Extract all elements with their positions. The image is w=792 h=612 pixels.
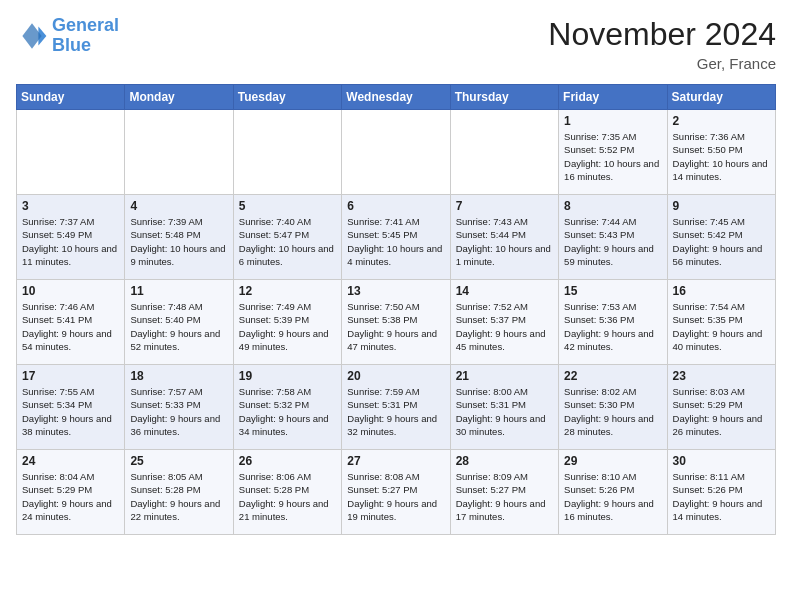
day-info: Sunrise: 7:53 AM Sunset: 5:36 PM Dayligh… xyxy=(564,300,661,353)
day-number: 3 xyxy=(22,199,119,213)
day-info: Sunrise: 8:00 AM Sunset: 5:31 PM Dayligh… xyxy=(456,385,553,438)
day-number: 27 xyxy=(347,454,444,468)
day-number: 25 xyxy=(130,454,227,468)
logo-line1: General xyxy=(52,15,119,35)
day-number: 20 xyxy=(347,369,444,383)
day-number: 22 xyxy=(564,369,661,383)
day-number: 2 xyxy=(673,114,770,128)
logo-line2: Blue xyxy=(52,35,91,55)
col-tuesday: Tuesday xyxy=(233,85,341,110)
col-sunday: Sunday xyxy=(17,85,125,110)
calendar-week-3: 10Sunrise: 7:46 AM Sunset: 5:41 PM Dayli… xyxy=(17,280,776,365)
calendar-cell xyxy=(342,110,450,195)
calendar-cell xyxy=(125,110,233,195)
day-number: 11 xyxy=(130,284,227,298)
day-number: 8 xyxy=(564,199,661,213)
day-number: 7 xyxy=(456,199,553,213)
day-number: 29 xyxy=(564,454,661,468)
calendar-cell xyxy=(233,110,341,195)
calendar-cell: 2Sunrise: 7:36 AM Sunset: 5:50 PM Daylig… xyxy=(667,110,775,195)
calendar-cell: 7Sunrise: 7:43 AM Sunset: 5:44 PM Daylig… xyxy=(450,195,558,280)
calendar-cell: 3Sunrise: 7:37 AM Sunset: 5:49 PM Daylig… xyxy=(17,195,125,280)
calendar-cell: 15Sunrise: 7:53 AM Sunset: 5:36 PM Dayli… xyxy=(559,280,667,365)
calendar-cell xyxy=(17,110,125,195)
month-title: November 2024 xyxy=(548,16,776,53)
day-info: Sunrise: 8:08 AM Sunset: 5:27 PM Dayligh… xyxy=(347,470,444,523)
day-number: 19 xyxy=(239,369,336,383)
calendar-table: Sunday Monday Tuesday Wednesday Thursday… xyxy=(16,84,776,535)
logo-icon xyxy=(16,20,48,52)
calendar-cell: 19Sunrise: 7:58 AM Sunset: 5:32 PM Dayli… xyxy=(233,365,341,450)
calendar-cell: 27Sunrise: 8:08 AM Sunset: 5:27 PM Dayli… xyxy=(342,450,450,535)
day-number: 14 xyxy=(456,284,553,298)
calendar-cell: 26Sunrise: 8:06 AM Sunset: 5:28 PM Dayli… xyxy=(233,450,341,535)
day-number: 26 xyxy=(239,454,336,468)
day-info: Sunrise: 7:41 AM Sunset: 5:45 PM Dayligh… xyxy=(347,215,444,268)
day-number: 13 xyxy=(347,284,444,298)
day-info: Sunrise: 8:09 AM Sunset: 5:27 PM Dayligh… xyxy=(456,470,553,523)
calendar-cell xyxy=(450,110,558,195)
calendar-cell: 18Sunrise: 7:57 AM Sunset: 5:33 PM Dayli… xyxy=(125,365,233,450)
logo: General Blue xyxy=(16,16,119,56)
calendar-cell: 24Sunrise: 8:04 AM Sunset: 5:29 PM Dayli… xyxy=(17,450,125,535)
day-number: 23 xyxy=(673,369,770,383)
calendar-cell: 12Sunrise: 7:49 AM Sunset: 5:39 PM Dayli… xyxy=(233,280,341,365)
calendar-cell: 20Sunrise: 7:59 AM Sunset: 5:31 PM Dayli… xyxy=(342,365,450,450)
title-block: November 2024 Ger, France xyxy=(548,16,776,72)
day-info: Sunrise: 7:48 AM Sunset: 5:40 PM Dayligh… xyxy=(130,300,227,353)
day-number: 5 xyxy=(239,199,336,213)
day-info: Sunrise: 7:58 AM Sunset: 5:32 PM Dayligh… xyxy=(239,385,336,438)
col-friday: Friday xyxy=(559,85,667,110)
calendar-cell: 29Sunrise: 8:10 AM Sunset: 5:26 PM Dayli… xyxy=(559,450,667,535)
col-monday: Monday xyxy=(125,85,233,110)
day-number: 12 xyxy=(239,284,336,298)
day-info: Sunrise: 8:10 AM Sunset: 5:26 PM Dayligh… xyxy=(564,470,661,523)
day-info: Sunrise: 7:43 AM Sunset: 5:44 PM Dayligh… xyxy=(456,215,553,268)
calendar-week-4: 17Sunrise: 7:55 AM Sunset: 5:34 PM Dayli… xyxy=(17,365,776,450)
day-info: Sunrise: 7:52 AM Sunset: 5:37 PM Dayligh… xyxy=(456,300,553,353)
calendar-cell: 17Sunrise: 7:55 AM Sunset: 5:34 PM Dayli… xyxy=(17,365,125,450)
day-info: Sunrise: 8:05 AM Sunset: 5:28 PM Dayligh… xyxy=(130,470,227,523)
day-number: 15 xyxy=(564,284,661,298)
day-info: Sunrise: 8:11 AM Sunset: 5:26 PM Dayligh… xyxy=(673,470,770,523)
calendar-cell: 16Sunrise: 7:54 AM Sunset: 5:35 PM Dayli… xyxy=(667,280,775,365)
day-info: Sunrise: 8:03 AM Sunset: 5:29 PM Dayligh… xyxy=(673,385,770,438)
day-number: 21 xyxy=(456,369,553,383)
calendar-cell: 28Sunrise: 8:09 AM Sunset: 5:27 PM Dayli… xyxy=(450,450,558,535)
day-info: Sunrise: 7:36 AM Sunset: 5:50 PM Dayligh… xyxy=(673,130,770,183)
calendar-week-2: 3Sunrise: 7:37 AM Sunset: 5:49 PM Daylig… xyxy=(17,195,776,280)
calendar-cell: 4Sunrise: 7:39 AM Sunset: 5:48 PM Daylig… xyxy=(125,195,233,280)
day-info: Sunrise: 7:49 AM Sunset: 5:39 PM Dayligh… xyxy=(239,300,336,353)
calendar-cell: 21Sunrise: 8:00 AM Sunset: 5:31 PM Dayli… xyxy=(450,365,558,450)
day-number: 4 xyxy=(130,199,227,213)
day-info: Sunrise: 8:06 AM Sunset: 5:28 PM Dayligh… xyxy=(239,470,336,523)
col-saturday: Saturday xyxy=(667,85,775,110)
calendar-cell: 5Sunrise: 7:40 AM Sunset: 5:47 PM Daylig… xyxy=(233,195,341,280)
calendar-cell: 6Sunrise: 7:41 AM Sunset: 5:45 PM Daylig… xyxy=(342,195,450,280)
calendar-cell: 1Sunrise: 7:35 AM Sunset: 5:52 PM Daylig… xyxy=(559,110,667,195)
day-info: Sunrise: 8:02 AM Sunset: 5:30 PM Dayligh… xyxy=(564,385,661,438)
day-number: 24 xyxy=(22,454,119,468)
day-info: Sunrise: 7:40 AM Sunset: 5:47 PM Dayligh… xyxy=(239,215,336,268)
col-wednesday: Wednesday xyxy=(342,85,450,110)
day-info: Sunrise: 7:45 AM Sunset: 5:42 PM Dayligh… xyxy=(673,215,770,268)
day-info: Sunrise: 7:50 AM Sunset: 5:38 PM Dayligh… xyxy=(347,300,444,353)
day-info: Sunrise: 7:35 AM Sunset: 5:52 PM Dayligh… xyxy=(564,130,661,183)
day-number: 10 xyxy=(22,284,119,298)
col-thursday: Thursday xyxy=(450,85,558,110)
day-number: 18 xyxy=(130,369,227,383)
day-number: 30 xyxy=(673,454,770,468)
day-info: Sunrise: 7:44 AM Sunset: 5:43 PM Dayligh… xyxy=(564,215,661,268)
day-number: 9 xyxy=(673,199,770,213)
day-info: Sunrise: 7:46 AM Sunset: 5:41 PM Dayligh… xyxy=(22,300,119,353)
day-info: Sunrise: 7:54 AM Sunset: 5:35 PM Dayligh… xyxy=(673,300,770,353)
page-header: General Blue November 2024 Ger, France xyxy=(16,16,776,72)
day-number: 16 xyxy=(673,284,770,298)
location: Ger, France xyxy=(548,55,776,72)
calendar-cell: 11Sunrise: 7:48 AM Sunset: 5:40 PM Dayli… xyxy=(125,280,233,365)
calendar-week-1: 1Sunrise: 7:35 AM Sunset: 5:52 PM Daylig… xyxy=(17,110,776,195)
day-info: Sunrise: 7:37 AM Sunset: 5:49 PM Dayligh… xyxy=(22,215,119,268)
calendar-cell: 30Sunrise: 8:11 AM Sunset: 5:26 PM Dayli… xyxy=(667,450,775,535)
day-info: Sunrise: 7:55 AM Sunset: 5:34 PM Dayligh… xyxy=(22,385,119,438)
calendar-cell: 23Sunrise: 8:03 AM Sunset: 5:29 PM Dayli… xyxy=(667,365,775,450)
